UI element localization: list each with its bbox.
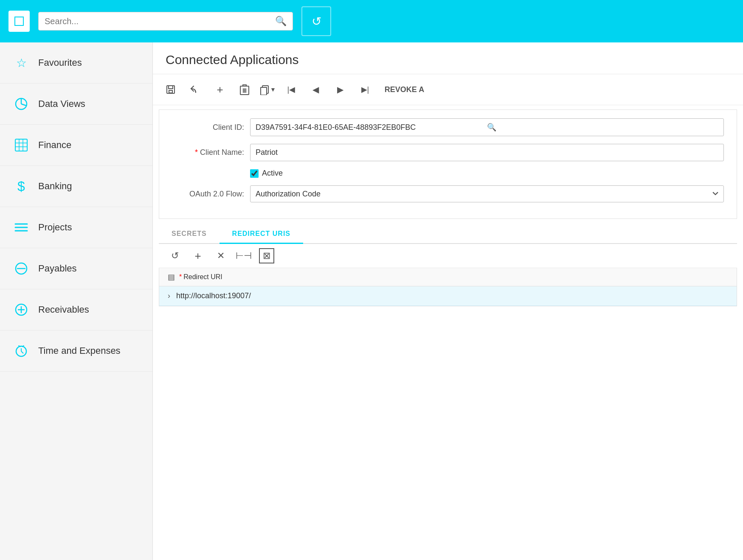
sub-refresh-button[interactable]: ↺ <box>167 248 183 263</box>
svg-rect-1 <box>15 139 27 151</box>
sidebar: ☆ Favourites Data Views <box>0 42 153 560</box>
sidebar-label-data-views: Data Views <box>38 98 85 109</box>
search-container: 🔍 <box>38 12 293 31</box>
page-title: Connected Applications <box>166 53 730 67</box>
finance-icon <box>13 137 30 154</box>
tab-redirect-uris[interactable]: REDIRECT URIS <box>220 225 303 244</box>
oauth-select[interactable]: Authorization Code Client Credentials Im… <box>250 185 724 202</box>
first-button[interactable]: |◀ <box>282 80 301 99</box>
add-button[interactable]: + <box>211 80 229 99</box>
sidebar-label-time-expenses: Time and Expenses <box>38 345 121 356</box>
svg-line-16 <box>21 351 23 353</box>
sidebar-item-projects[interactable]: Projects <box>0 207 152 248</box>
banking-icon: $ <box>13 178 30 195</box>
grid-area: ▤ * Redirect URI › http://localhost:1900… <box>159 268 737 306</box>
oauth-row: OAuth 2.0 Flow: Authorization Code Clien… <box>172 185 724 202</box>
logo <box>8 11 30 32</box>
grid-header-icon: ▤ <box>168 272 175 282</box>
payables-icon <box>13 260 30 277</box>
required-star: * <box>179 273 182 281</box>
svg-rect-20 <box>169 86 173 89</box>
refresh-button[interactable]: ↺ <box>301 6 331 36</box>
client-name-row: Client Name: <box>172 144 724 161</box>
active-checkbox[interactable] <box>250 169 259 178</box>
client-id-field: D39A7591-34F4-81E0-65AE-48893F2EB0FBC 🔍 <box>250 118 724 136</box>
row-chevron-icon: › <box>168 291 170 300</box>
star-icon: ☆ <box>13 54 30 71</box>
grid-row[interactable]: › http://localhost:19007/ <box>159 286 737 306</box>
main-layout: ☆ Favourites Data Views <box>0 42 743 560</box>
sidebar-item-receivables[interactable]: Receivables <box>0 289 152 330</box>
save-button[interactable] <box>161 80 180 99</box>
tab-secrets[interactable]: SECRETS <box>159 225 220 243</box>
page-header: Connected Applications <box>153 42 743 74</box>
svg-rect-30 <box>261 87 267 95</box>
sidebar-label-favourites: Favourites <box>38 57 82 68</box>
svg-rect-19 <box>167 86 174 93</box>
copy-button[interactable]: ▼ <box>260 84 276 95</box>
client-name-label: Client Name: <box>172 148 244 157</box>
sidebar-label-banking: Banking <box>38 181 72 192</box>
sub-delete-button[interactable]: ✕ <box>213 248 228 263</box>
active-row: Active <box>250 169 724 178</box>
tabs-bar: SECRETS REDIRECT URIS <box>159 225 737 244</box>
time-icon <box>13 342 30 359</box>
client-name-input[interactable] <box>250 144 724 161</box>
redirect-uri-value: http://localhost:19007/ <box>176 291 251 300</box>
svg-rect-21 <box>169 90 172 93</box>
sidebar-item-time-expenses[interactable]: Time and Expenses <box>0 330 152 372</box>
sidebar-label-payables: Payables <box>38 263 77 274</box>
sidebar-item-data-views[interactable]: Data Views <box>0 84 152 125</box>
sub-grid-button[interactable]: ⊠ <box>259 248 274 263</box>
revoke-button[interactable]: REVOKE A <box>385 85 424 94</box>
last-button[interactable]: ▶| <box>356 80 374 99</box>
grid-header-label: Redirect URI <box>183 273 222 281</box>
form-area: Client ID: D39A7591-34F4-81E0-65AE-48893… <box>159 109 737 219</box>
main-toolbar: + ▼ |◀ <box>153 74 743 105</box>
delete-button[interactable] <box>235 80 254 99</box>
grid-header: ▤ * Redirect URI <box>159 268 737 286</box>
sidebar-item-payables[interactable]: Payables <box>0 248 152 289</box>
undo-button[interactable] <box>186 80 205 99</box>
active-label: Active <box>262 169 283 178</box>
sub-fit-button[interactable]: ⊢⊣ <box>236 248 251 263</box>
receivables-icon <box>13 301 30 318</box>
top-bar: 🔍 ↺ <box>0 0 743 42</box>
content-area: Connected Applications + <box>153 42 743 560</box>
client-id-label: Client ID: <box>172 123 244 132</box>
chart-icon <box>13 95 30 112</box>
client-id-row: Client ID: D39A7591-34F4-81E0-65AE-48893… <box>172 118 724 136</box>
projects-icon <box>13 219 30 236</box>
prev-button[interactable]: ◀ <box>307 80 325 99</box>
sidebar-label-projects: Projects <box>38 222 72 233</box>
refresh-icon: ↺ <box>312 14 321 28</box>
sub-toolbar: ↺ + ✕ ⊢⊣ ⊠ <box>159 244 737 268</box>
search-input[interactable] <box>45 17 275 26</box>
sidebar-item-favourites[interactable]: ☆ Favourites <box>0 42 152 84</box>
sub-add-button[interactable]: + <box>190 248 205 263</box>
sidebar-item-banking[interactable]: $ Banking <box>0 166 152 207</box>
sidebar-item-finance[interactable]: Finance <box>0 125 152 166</box>
next-button[interactable]: ▶ <box>331 80 350 99</box>
oauth-label: OAuth 2.0 Flow: <box>172 190 244 199</box>
client-id-value: D39A7591-34F4-81E0-65AE-48893F2EB0FBC <box>256 123 487 132</box>
client-id-search-icon[interactable]: 🔍 <box>487 123 718 132</box>
sidebar-label-receivables: Receivables <box>38 304 89 315</box>
sidebar-label-finance: Finance <box>38 140 71 151</box>
search-icon[interactable]: 🔍 <box>275 16 287 27</box>
